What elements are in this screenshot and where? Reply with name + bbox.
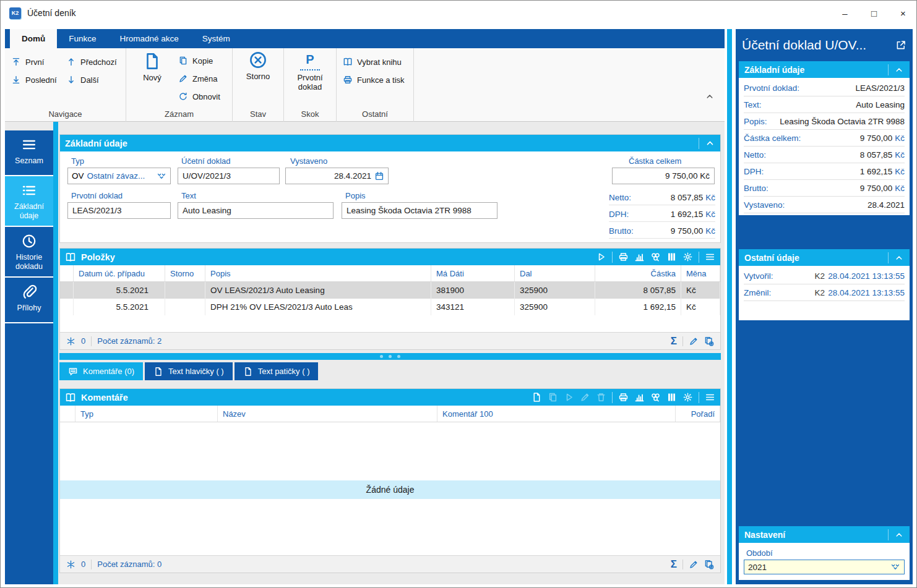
p-dots-icon xyxy=(300,69,320,70)
items-statusbar: 0 Počet záznamů: 2 Σ xyxy=(60,332,720,349)
last-button[interactable]: Poslední xyxy=(11,71,57,88)
ucetni-doklad-input[interactable] xyxy=(178,168,280,184)
sum-icon[interactable]: Σ xyxy=(671,559,677,569)
collapse-section-icon[interactable] xyxy=(699,138,715,149)
netto-row: Netto:8 057,85Kč xyxy=(609,190,715,205)
open-in-window-icon[interactable] xyxy=(895,40,906,51)
minimize-button[interactable]: – xyxy=(830,1,859,25)
text-input[interactable] xyxy=(178,202,334,219)
detail-section-zakladni-udaje: Základní údaje Prvotní doklad:LEAS/2021/… xyxy=(739,61,910,215)
table-row[interactable]: 5.5.2021 OV LEAS/2021/3 Auto Leasing 381… xyxy=(60,282,720,299)
duplicate-add-icon[interactable] xyxy=(704,336,714,346)
sidebar-item-zakladni-udaje[interactable]: Základní údaje xyxy=(5,176,53,227)
actions-icon[interactable] xyxy=(650,252,661,262)
popis-input[interactable] xyxy=(342,202,497,219)
storno-button[interactable]: Storno xyxy=(240,51,276,81)
left-sidebar: Seznam Základní údaje Historie dokladu P… xyxy=(5,122,53,584)
sidebar-item-historie-dokladu[interactable]: Historie dokladu xyxy=(5,227,53,278)
sidebar-item-prilohy[interactable]: Přílohy xyxy=(5,278,53,323)
obdobi-input[interactable] xyxy=(748,563,890,572)
menu-icon[interactable] xyxy=(705,252,715,262)
functions-print-button[interactable]: Funkce a tisk xyxy=(343,71,405,88)
run-icon[interactable] xyxy=(596,252,606,262)
calendar-icon[interactable] xyxy=(374,171,384,181)
edit-icon[interactable] xyxy=(689,336,699,346)
items-panel: Položky Datum úč. případu Storno Popis M… xyxy=(59,248,721,350)
castka-celkem-input[interactable] xyxy=(612,168,715,184)
detail-row: Netto:8 057,85Kč xyxy=(744,147,905,163)
settings-icon[interactable] xyxy=(682,392,693,403)
close-button[interactable]: × xyxy=(889,1,917,25)
first-button[interactable]: První xyxy=(11,53,44,70)
tab-funkce[interactable]: Funkce xyxy=(57,29,108,48)
menu-icon[interactable] xyxy=(705,392,715,403)
select-book-button[interactable]: Vybrat knihu xyxy=(343,53,402,70)
detail-section-nastaveni: Nastavení Období xyxy=(739,526,910,580)
detail-row: Vytvořil:K228.04.2021 13:13:55 xyxy=(744,268,905,284)
tab-text-paticky[interactable]: Text patičky ( ) xyxy=(235,362,319,380)
table-row[interactable]: 5.5.2021 DPH 21% OV LEAS/2021/3 Auto Lea… xyxy=(60,299,720,315)
copy-record-icon[interactable] xyxy=(548,392,558,403)
obdobi-dropdown[interactable] xyxy=(744,560,905,574)
pencil-icon xyxy=(178,74,188,83)
tab-domu[interactable]: Domů xyxy=(10,29,57,48)
columns-icon[interactable] xyxy=(666,252,677,262)
collapse-ribbon-icon[interactable] xyxy=(705,92,715,101)
refresh-icon xyxy=(178,92,188,101)
primary-document-button[interactable]: P Prvotní doklad xyxy=(289,53,331,92)
items-table-header: Datum úč. případu Storno Popis Má Dáti D… xyxy=(60,265,720,282)
tab-system[interactable]: Systém xyxy=(191,29,242,48)
print-icon[interactable] xyxy=(618,392,629,403)
freeze-icon[interactable] xyxy=(66,560,75,569)
ribbon-group-navigace: První Poslední Předchozí Další Navigace xyxy=(5,48,126,122)
new-button[interactable]: Nový xyxy=(135,52,170,82)
collapse-section-icon[interactable] xyxy=(888,529,904,540)
vystaveno-field[interactable] xyxy=(285,168,389,184)
refresh-button[interactable]: Obnovit xyxy=(178,88,220,105)
actions-icon[interactable] xyxy=(650,392,661,403)
chart-icon[interactable] xyxy=(634,252,645,262)
chart-icon[interactable] xyxy=(634,392,645,403)
collapse-section-icon[interactable] xyxy=(888,64,904,75)
copy-icon xyxy=(178,56,188,66)
previous-button[interactable]: Předchozí xyxy=(66,53,117,70)
sum-icon[interactable]: Σ xyxy=(671,336,677,346)
copy-button[interactable]: Kopie xyxy=(178,52,213,69)
book-icon xyxy=(65,392,76,403)
change-button[interactable]: Změna xyxy=(178,70,217,87)
run-icon[interactable] xyxy=(564,392,574,403)
tab-komentare[interactable]: Komentáře (0) xyxy=(59,362,143,380)
vystaveno-label: Vystaveno xyxy=(290,156,327,166)
columns-icon[interactable] xyxy=(666,392,677,403)
comments-panel-header: Komentáře xyxy=(60,389,720,406)
next-button[interactable]: Další xyxy=(66,71,99,88)
edit-record-icon[interactable] xyxy=(580,392,590,403)
comments-table-header: Typ Název Komentář 100 Pořadí xyxy=(60,406,720,422)
storno-icon xyxy=(249,51,267,69)
horizontal-splitter[interactable] xyxy=(59,353,721,360)
new-record-icon[interactable] xyxy=(532,392,542,403)
collapse-section-icon[interactable] xyxy=(888,252,904,263)
arrow-down-icon xyxy=(66,75,76,85)
duplicate-add-icon[interactable] xyxy=(704,560,714,569)
book-icon xyxy=(65,252,76,263)
freeze-icon[interactable] xyxy=(66,336,75,346)
vystaveno-input[interactable] xyxy=(290,171,371,181)
tab-hromadne-akce[interactable]: Hromadné akce xyxy=(108,29,191,48)
form-panel-title: Základní údaje xyxy=(65,138,127,148)
typ-field[interactable]: OV Ostatní závaz... xyxy=(67,168,171,184)
settings-icon[interactable] xyxy=(682,252,693,262)
print-icon[interactable] xyxy=(618,252,629,262)
sidebar-item-seznam[interactable]: Seznam xyxy=(5,130,53,176)
arrow-bar-down-icon xyxy=(11,75,21,85)
ribbon-group-skok: P Prvotní doklad Skok xyxy=(284,48,337,122)
comments-panel: Komentáře Typ Název Komentář 100 xyxy=(59,388,721,573)
tab-text-hlavicky[interactable]: Text hlavičky ( ) xyxy=(145,362,233,380)
dropdown-icon[interactable] xyxy=(157,171,166,181)
printer-icon xyxy=(343,75,353,85)
dropdown-icon[interactable] xyxy=(890,562,900,572)
prvotni-doklad-input[interactable] xyxy=(67,202,171,219)
delete-record-icon[interactable] xyxy=(596,392,606,403)
edit-icon[interactable] xyxy=(689,560,699,569)
maximize-button[interactable]: □ xyxy=(859,1,889,25)
